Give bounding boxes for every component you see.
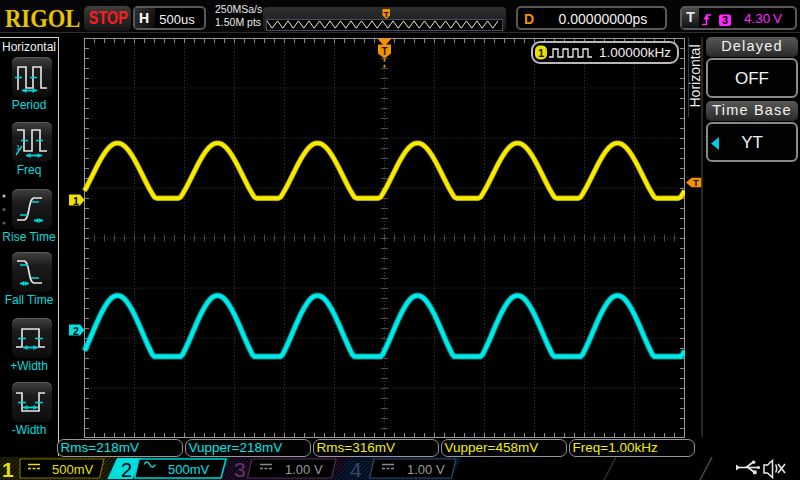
svg-text:500mV: 500mV <box>52 462 94 477</box>
svg-text:T: T <box>381 46 387 57</box>
svg-text:1: 1 <box>538 47 544 59</box>
svg-text:1: 1 <box>73 195 79 207</box>
svg-text:1.00000kHz: 1.00000kHz <box>599 45 671 60</box>
svg-text:2: 2 <box>73 325 79 337</box>
svg-text:500mV: 500mV <box>168 462 210 477</box>
svg-text:2: 2 <box>121 459 132 480</box>
svg-text:1.00 V: 1.00 V <box>407 462 445 477</box>
svg-text:T: T <box>693 177 699 188</box>
svg-text:3: 3 <box>234 458 246 480</box>
svg-text:4: 4 <box>350 458 362 480</box>
svg-text:1.00 V: 1.00 V <box>285 462 323 477</box>
svg-text:1: 1 <box>2 458 14 480</box>
